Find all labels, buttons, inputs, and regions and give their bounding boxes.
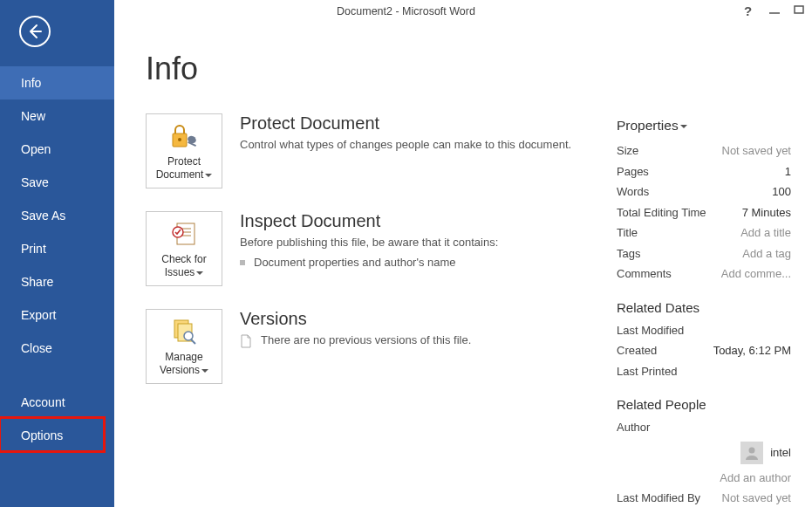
date-label: Last Printed: [617, 363, 677, 380]
inspect-title: Inspect Document: [240, 211, 498, 231]
check-for-issues-button[interactable]: Check for Issues: [146, 211, 222, 286]
author-name: intel: [770, 446, 791, 459]
property-row: Words100: [617, 182, 791, 202]
add-author-link[interactable]: Add an author: [720, 469, 791, 487]
chevron-down-icon: [201, 369, 208, 373]
inspect-bullet: Document properties and author's name: [254, 255, 456, 271]
sidebar-item-share[interactable]: Share: [0, 265, 114, 298]
avatar-icon: [740, 442, 763, 464]
property-value[interactable]: Add a title: [740, 224, 791, 242]
property-row: CommentsAdd comme...: [617, 264, 791, 284]
manage-versions-button[interactable]: Manage Versions: [146, 309, 222, 384]
info-pane: Info Protect Document Protect Document C…: [114, 0, 812, 507]
chevron-down-icon: [205, 174, 212, 177]
sidebar-item-save-as[interactable]: Save As: [0, 199, 114, 232]
date-label: Created: [617, 342, 657, 360]
property-row: SizeNot saved yet: [617, 140, 791, 161]
document-icon: [240, 334, 252, 348]
property-label: Size: [617, 142, 638, 160]
minimize-icon[interactable]: [768, 3, 781, 16]
lock-icon: [169, 122, 199, 150]
sidebar-item-close[interactable]: Close: [0, 332, 114, 365]
date-row: CreatedToday, 6:12 PM: [617, 340, 791, 361]
properties-panel: Properties SizeNot saved yetPages1Words1…: [617, 118, 791, 507]
sidebar-item-info[interactable]: Info: [0, 66, 114, 99]
sidebar-item-export[interactable]: Export: [0, 298, 114, 332]
versions-icon: [169, 318, 199, 346]
page-title: Info: [146, 51, 786, 87]
property-value[interactable]: Not saved yet: [722, 142, 792, 160]
date-row: Last Printed: [617, 361, 791, 382]
related-people-header: Related People: [617, 397, 791, 412]
author-entry[interactable]: intel: [617, 442, 791, 464]
bullet-icon: [240, 260, 245, 265]
property-value: 100: [772, 183, 791, 201]
lastmodby-label: Last Modified By: [617, 490, 700, 507]
date-value: Today, 6:12 PM: [713, 342, 791, 360]
protect-text: Control what types of changes people can…: [240, 137, 571, 154]
sidebar-item-new[interactable]: New: [0, 99, 114, 133]
author-label: Author: [617, 419, 650, 436]
sidebar-item-options[interactable]: Options: [0, 419, 114, 452]
date-label: Last Modified: [617, 322, 684, 339]
property-row: TitleAdd a title: [617, 223, 791, 243]
property-label: Tags: [617, 245, 640, 263]
property-row: TagsAdd a tag: [617, 243, 791, 264]
property-label: Total Editing Time: [617, 204, 706, 222]
related-dates-header: Related Dates: [617, 300, 791, 315]
versions-text: There are no previous versions of this f…: [261, 332, 471, 349]
property-label: Title: [617, 224, 638, 242]
help-icon[interactable]: ?: [744, 3, 756, 16]
protect-document-button[interactable]: Protect Document: [146, 113, 222, 188]
property-value: 1: [785, 163, 791, 181]
backstage-sidebar: InfoNewOpenSaveSave AsPrintShareExportCl…: [0, 0, 114, 507]
sidebar-item-open[interactable]: Open: [0, 133, 114, 166]
window-title: Document2 - Microsoft Word: [0, 5, 812, 17]
versions-title: Versions: [240, 309, 471, 329]
property-value[interactable]: Add comme...: [721, 265, 791, 283]
property-label: Pages: [617, 163, 649, 181]
property-row: Pages1: [617, 161, 791, 182]
svg-point-15: [749, 447, 755, 453]
sidebar-item-print[interactable]: Print: [0, 232, 114, 265]
property-label: Comments: [617, 265, 672, 283]
protect-title: Protect Document: [240, 113, 571, 134]
inspect-intro: Before publishing this file, be aware th…: [240, 235, 498, 251]
title-bar: Document2 - Microsoft Word ?: [0, 0, 812, 35]
property-value: 7 Minutes: [742, 204, 791, 222]
sidebar-item-account[interactable]: Account: [0, 386, 114, 419]
property-value[interactable]: Add a tag: [742, 245, 791, 263]
sidebar-item-save[interactable]: Save: [0, 166, 114, 199]
svg-point-3: [178, 138, 181, 141]
property-label: Words: [617, 183, 649, 201]
property-row: Total Editing Time7 Minutes: [617, 202, 791, 223]
chevron-down-icon: [196, 271, 203, 275]
restore-icon[interactable]: [793, 3, 805, 16]
date-row: Last Modified: [617, 320, 791, 341]
lastmodby-value: Not saved yet: [722, 490, 792, 507]
properties-dropdown[interactable]: Properties: [617, 118, 791, 134]
svg-rect-1: [795, 6, 803, 13]
checklist-icon: [169, 220, 199, 248]
chevron-down-icon: [680, 125, 687, 128]
